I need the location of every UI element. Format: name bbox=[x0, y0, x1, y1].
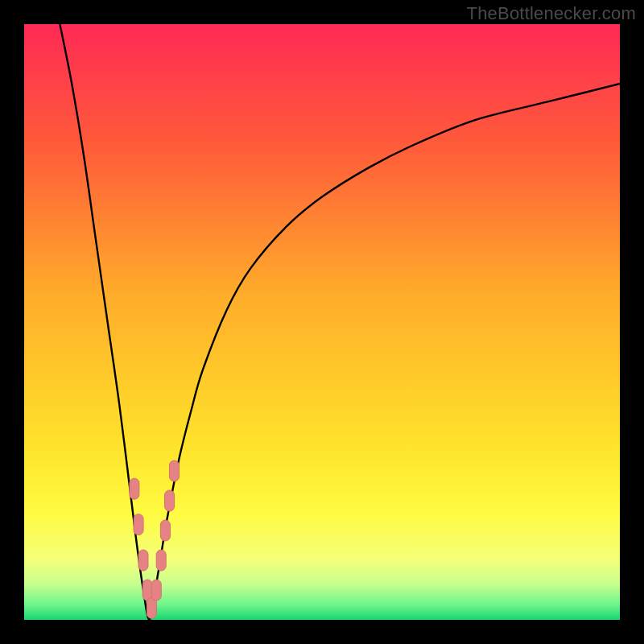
data-marker bbox=[138, 550, 148, 571]
data-marker bbox=[165, 490, 175, 511]
data-marker bbox=[160, 520, 170, 541]
chart-frame bbox=[24, 24, 620, 620]
data-marker bbox=[134, 514, 143, 535]
chart-svg bbox=[24, 24, 620, 620]
watermark-text: TheBottlenecker.com bbox=[467, 3, 636, 24]
gradient-background bbox=[24, 24, 620, 620]
data-marker bbox=[156, 550, 166, 571]
data-marker bbox=[151, 580, 161, 601]
data-marker bbox=[130, 478, 139, 499]
data-marker bbox=[169, 460, 179, 481]
